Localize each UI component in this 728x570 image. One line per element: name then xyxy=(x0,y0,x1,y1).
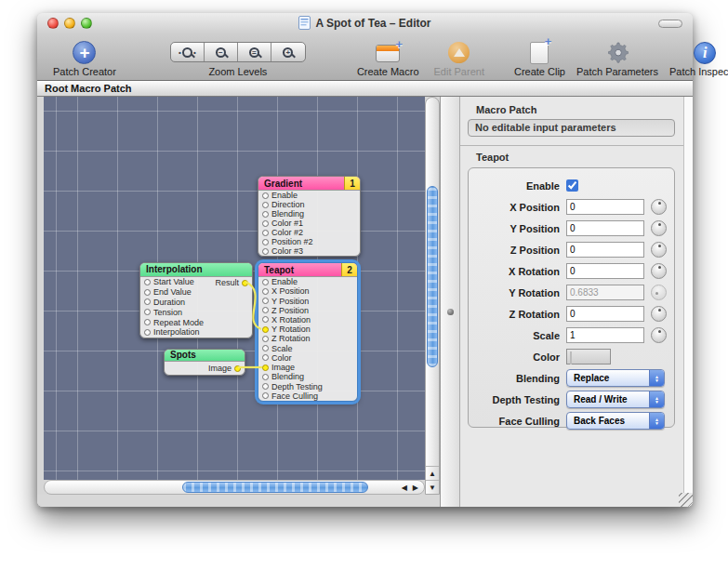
x-position-field[interactable] xyxy=(566,199,644,215)
port-circle-icon[interactable] xyxy=(262,298,269,304)
canvas-horizontal-scrollbar[interactable]: ◀ ▶ xyxy=(44,480,425,495)
port-enable[interactable]: Enable xyxy=(258,191,360,200)
horizontal-scroll-thumb[interactable] xyxy=(182,482,368,493)
port-circle-icon[interactable] xyxy=(262,220,269,227)
enable-checkbox[interactable] xyxy=(566,179,578,192)
port-end-value[interactable]: End Value xyxy=(140,287,252,298)
port-depth-testing[interactable]: Depth Testing xyxy=(258,381,357,391)
port-x-position[interactable]: X Position xyxy=(258,286,357,296)
port-circle-icon[interactable] xyxy=(262,307,269,313)
port-circle-icon[interactable] xyxy=(144,289,151,296)
port-circle-icon[interactable] xyxy=(262,336,269,342)
z-rotation-dial[interactable] xyxy=(651,306,667,322)
toolbar-toggle-pill[interactable] xyxy=(658,20,682,28)
color-well[interactable] xyxy=(566,349,611,365)
port-scale[interactable]: Scale xyxy=(258,344,357,353)
port-circle-icon[interactable] xyxy=(234,365,241,372)
port-circle-icon[interactable] xyxy=(262,202,269,208)
port-enable[interactable]: Enable xyxy=(258,277,357,286)
scroll-right-arrow-icon[interactable]: ▶ xyxy=(413,484,418,492)
zoom-in-button[interactable]: + xyxy=(271,43,305,61)
port-z-position[interactable]: Z Position xyxy=(258,306,357,315)
scroll-up-arrow-icon[interactable]: ▲ xyxy=(426,466,439,480)
port-circle-icon[interactable] xyxy=(262,316,269,323)
patch-parameters-button[interactable]: Patch Parameters xyxy=(576,40,658,77)
zoom-actual-size-button[interactable]: •• xyxy=(171,43,205,61)
port-circle-icon[interactable] xyxy=(262,211,269,218)
port-repeat-mode[interactable]: Repeat Mode xyxy=(140,317,252,327)
port-position-2[interactable]: Position #2 xyxy=(258,237,360,246)
scroll-left-arrow-icon[interactable]: ◀ xyxy=(402,484,407,492)
vertical-scroll-thumb[interactable] xyxy=(427,186,438,367)
patch-creator-button[interactable]: + Patch Creator xyxy=(53,41,116,77)
node-teapot[interactable]: Teapot 2 Enable X Position Y Position Z … xyxy=(258,262,358,402)
port-color-3[interactable]: Color #3 xyxy=(258,246,360,256)
z-rotation-field[interactable] xyxy=(566,306,644,322)
y-position-dial[interactable] xyxy=(651,220,667,236)
port-blending[interactable]: Blending xyxy=(258,209,360,219)
port-circle-icon[interactable] xyxy=(262,345,269,351)
node-interpolation[interactable]: Interpolation Result Start Value End Val… xyxy=(139,262,253,338)
port-z-rotation[interactable]: Z Rotation xyxy=(258,334,357,343)
scale-field[interactable] xyxy=(566,327,644,343)
port-circle-icon[interactable] xyxy=(262,354,269,361)
window-resize-grip[interactable] xyxy=(679,493,693,507)
z-position-dial[interactable] xyxy=(651,242,667,258)
port-circle-icon[interactable] xyxy=(262,279,269,285)
panel-splitter[interactable] xyxy=(440,97,460,507)
x-rotation-field[interactable] xyxy=(566,263,644,279)
port-circle-icon[interactable] xyxy=(144,309,151,315)
port-tension[interactable]: Tension xyxy=(140,307,252,317)
splitter-handle-icon[interactable] xyxy=(447,309,454,315)
node-spots[interactable]: Spots Image xyxy=(164,349,245,376)
canvas-vertical-scrollbar[interactable]: ▲ ▼ xyxy=(425,97,440,495)
node-gradient[interactable]: Gradient 1 Enable Direction Blending Col… xyxy=(258,176,361,257)
face-culling-popup[interactable]: Back Faces ▲▼ xyxy=(566,412,665,430)
zoom-out-button[interactable]: − xyxy=(205,43,238,61)
port-y-rotation[interactable]: Y Rotation xyxy=(258,325,357,334)
port-circle-icon[interactable] xyxy=(262,374,269,380)
scale-dial[interactable] xyxy=(651,327,667,343)
blending-popup[interactable]: Replace ▲▼ xyxy=(566,369,665,387)
port-circle-icon[interactable] xyxy=(262,230,269,236)
port-circle-icon[interactable] xyxy=(262,383,269,390)
port-circle-icon[interactable] xyxy=(262,365,269,371)
create-macro-button[interactable]: + Create Macro xyxy=(357,45,419,77)
port-image[interactable]: Image xyxy=(258,363,357,372)
port-circle-icon[interactable] xyxy=(262,239,269,245)
port-y-position[interactable]: Y Position xyxy=(258,296,357,305)
x-rotation-dial[interactable] xyxy=(651,263,667,279)
port-circle-icon[interactable] xyxy=(262,248,269,255)
title-bar[interactable]: A Spot of Tea – Editor xyxy=(37,13,693,33)
y-position-field[interactable] xyxy=(566,220,644,236)
port-circle-icon[interactable] xyxy=(144,298,151,305)
port-interpolation[interactable]: Interpolation xyxy=(140,327,252,338)
port-image-output[interactable]: Image xyxy=(165,362,245,375)
port-circle-icon[interactable] xyxy=(144,329,151,336)
port-face-culling[interactable]: Face Culling xyxy=(258,391,357,401)
port-result-output[interactable]: Result xyxy=(204,278,252,288)
x-position-dial[interactable] xyxy=(651,199,667,215)
port-circle-icon[interactable] xyxy=(242,280,248,286)
depth-testing-popup[interactable]: Read / Write ▲▼ xyxy=(566,391,665,408)
create-clip-button[interactable]: + Create Clip xyxy=(514,42,565,77)
scroll-down-arrow-icon[interactable]: ▼ xyxy=(426,480,439,494)
port-circle-icon[interactable] xyxy=(262,288,269,295)
port-circle-icon[interactable] xyxy=(262,392,269,399)
port-circle-icon[interactable] xyxy=(262,192,269,199)
port-circle-icon[interactable] xyxy=(144,319,151,325)
zoom-fit-button[interactable]: = xyxy=(238,43,271,61)
port-direction[interactable]: Direction xyxy=(258,200,360,209)
port-circle-icon[interactable] xyxy=(144,279,151,285)
port-x-rotation[interactable]: X Rotation xyxy=(258,315,357,325)
edit-parent-button[interactable]: Edit Parent xyxy=(434,42,484,77)
patch-inspector-button[interactable]: i Patch Inspector xyxy=(669,42,728,77)
port-color[interactable]: Color xyxy=(258,353,357,363)
port-color-2[interactable]: Color #2 xyxy=(258,228,360,237)
port-blending[interactable]: Blending xyxy=(258,372,357,381)
port-color-1[interactable]: Color #1 xyxy=(258,219,360,228)
port-duration[interactable]: Duration xyxy=(140,298,252,308)
port-circle-icon[interactable] xyxy=(262,326,269,333)
right-scroll-track[interactable] xyxy=(683,97,693,495)
z-position-field[interactable] xyxy=(566,242,644,258)
